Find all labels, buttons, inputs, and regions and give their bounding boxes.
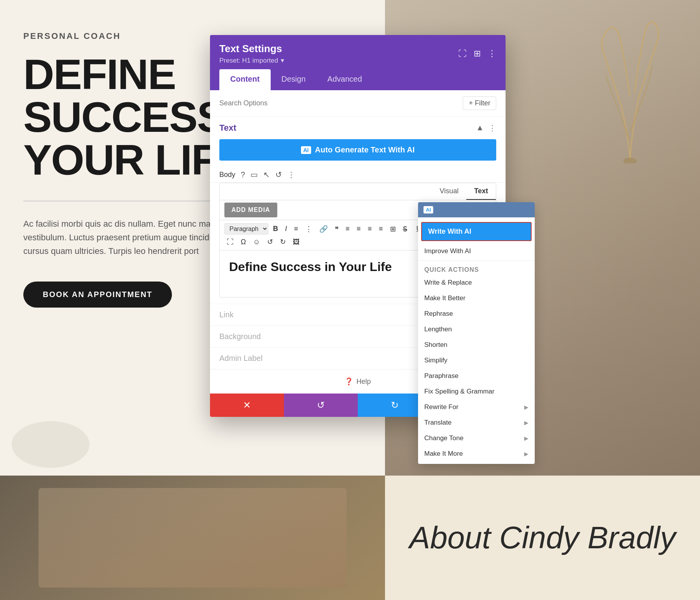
link-button[interactable]: 🔗 — [317, 224, 330, 234]
paraphrase-item[interactable]: Paraphrase — [418, 368, 535, 384]
media-button[interactable]: 🖼 — [290, 237, 302, 247]
ai-dropdown-items: Write With AI Improve With AI Quick Acti… — [418, 217, 535, 464]
section-title: Text — [219, 123, 236, 133]
strikethrough-button[interactable]: S̶ — [401, 224, 410, 234]
ai-dropdown-badge: AI — [424, 206, 433, 213]
search-input[interactable] — [219, 99, 463, 107]
bottom-section: About Cindy Bradly — [0, 476, 700, 600]
write-replace-item[interactable]: Write & Replace — [418, 275, 535, 290]
section-more-icon[interactable]: ⋮ — [488, 123, 496, 133]
emoji-button[interactable]: ☺ — [250, 237, 262, 247]
background-label: Background — [219, 332, 261, 341]
quick-actions-label: Quick Actions — [418, 262, 535, 275]
make-it-better-item[interactable]: Make It Better — [418, 290, 535, 306]
change-tone-arrow-icon: ▶ — [524, 435, 528, 441]
tab-text[interactable]: Text — [466, 183, 496, 200]
cursor-icon[interactable]: ↖ — [263, 170, 270, 179]
dropdown-divider — [418, 261, 535, 261]
simplify-item[interactable]: Simplify — [418, 353, 535, 368]
undo-button[interactable]: ↺ — [284, 394, 358, 417]
more-icon[interactable]: ⋮ — [488, 49, 496, 59]
search-bar: + Filter — [210, 90, 506, 117]
align-right-button[interactable]: ≡ — [366, 224, 374, 234]
body-toolbar: Body ? ▭ ↖ ↺ ⋮ — [210, 167, 506, 183]
ai-badge: AI — [301, 146, 311, 154]
bottom-left-section — [0, 476, 385, 600]
more-options-icon[interactable]: ⋮ — [287, 170, 295, 179]
panel-tabs: Content Design Advanced — [219, 69, 496, 90]
redo-icon: ↻ — [391, 400, 399, 411]
table-button[interactable]: ⊞ — [388, 224, 398, 234]
bold-button[interactable]: B — [271, 224, 280, 234]
align-center-button[interactable]: ≡ — [354, 224, 363, 234]
chevron-up-icon[interactable]: ▲ — [476, 123, 484, 133]
ai-dropdown-header: AI — [418, 202, 535, 217]
panel-header-icons: ⛶ ⊞ ⋮ — [458, 49, 496, 59]
undo-toolbar-button[interactable]: ↺ — [265, 237, 275, 247]
lengthen-item[interactable]: Lengthen — [418, 322, 535, 337]
bottom-right-section: About Cindy Bradly — [385, 476, 700, 600]
special-char-button[interactable]: Ω — [238, 237, 248, 247]
about-title: About Cindy Bradly — [410, 520, 676, 556]
shorten-item[interactable]: Shorten — [418, 337, 535, 353]
ordered-list-button[interactable]: ⋮ — [303, 224, 315, 234]
cancel-button[interactable]: ✕ — [210, 394, 284, 417]
tab-visual[interactable]: Visual — [432, 183, 467, 200]
ai-generate-button[interactable]: AI Auto Generate Text With AI — [219, 139, 496, 161]
italic-button[interactable]: I — [283, 224, 289, 234]
svg-point-0 — [623, 157, 637, 163]
help-tooltip-icon[interactable]: ? — [241, 170, 245, 179]
section-header: Text ▲ ⋮ — [210, 117, 506, 136]
blockquote-button[interactable]: ❝ — [332, 224, 341, 234]
ai-dropdown-menu: AI Write With AI Improve With AI Quick A… — [418, 202, 535, 464]
fix-spelling-item[interactable]: Fix Spelling & Grammar — [418, 384, 535, 399]
write-with-ai-item[interactable]: Write With AI — [421, 222, 532, 241]
align-left-button[interactable]: ≡ — [343, 224, 352, 234]
unordered-list-button[interactable]: ≡ — [292, 224, 301, 234]
rewrite-for-item[interactable]: Rewrite For ▶ — [418, 399, 535, 415]
tab-advanced[interactable]: Advanced — [317, 69, 373, 90]
change-tone-item[interactable]: Change Tone ▶ — [418, 430, 535, 446]
rephrase-item[interactable]: Rephrase — [418, 306, 535, 322]
fullscreen-button[interactable]: ⛶ — [224, 237, 236, 247]
justify-button[interactable]: ≡ — [376, 224, 385, 234]
plant-decoration — [576, 8, 684, 163]
tab-design[interactable]: Design — [271, 69, 317, 90]
paragraph-select[interactable]: Paragraph — [224, 223, 268, 234]
editor-tabs: Visual Text — [220, 183, 496, 200]
add-media-button[interactable]: ADD MEDIA — [224, 203, 277, 217]
translate-item[interactable]: Translate ▶ — [418, 415, 535, 430]
panel-preset: Preset: H1 imported ▾ — [219, 56, 284, 65]
body-label: Body — [219, 171, 235, 179]
make-more-arrow-icon: ▶ — [524, 451, 528, 457]
help-icon: ❓ — [345, 377, 353, 386]
tab-content[interactable]: Content — [219, 69, 271, 90]
section-icons: ▲ ⋮ — [476, 123, 496, 133]
rewrite-arrow-icon: ▶ — [524, 404, 528, 410]
mobile-icon[interactable]: ▭ — [250, 170, 258, 179]
expand-icon[interactable]: ⛶ — [458, 49, 467, 59]
panel-title: Text Settings Preset: H1 imported ▾ — [219, 43, 284, 65]
undo-icon: ↺ — [317, 400, 325, 411]
panel-header: Text Settings Preset: H1 imported ▾ ⛶ ⊞ … — [210, 35, 506, 90]
redo-toolbar-button[interactable]: ↻ — [278, 237, 288, 247]
make-it-more-item[interactable]: Make It More ▶ — [418, 446, 535, 462]
link-label: Link — [219, 310, 234, 319]
filter-button[interactable]: + Filter — [463, 96, 496, 110]
cancel-icon: ✕ — [243, 400, 251, 411]
improve-with-ai-item[interactable]: Improve With AI — [418, 243, 535, 259]
grid-icon[interactable]: ⊞ — [474, 49, 481, 59]
cta-button[interactable]: BOOK AN APPOINTMENT — [23, 282, 172, 308]
admin-label: Admin Label — [219, 354, 262, 362]
help-button[interactable]: ❓ Help — [345, 377, 371, 386]
panel-title-row: Text Settings Preset: H1 imported ▾ ⛶ ⊞ … — [219, 43, 496, 65]
translate-arrow-icon: ▶ — [524, 420, 528, 426]
undo-icon[interactable]: ↺ — [275, 170, 282, 179]
